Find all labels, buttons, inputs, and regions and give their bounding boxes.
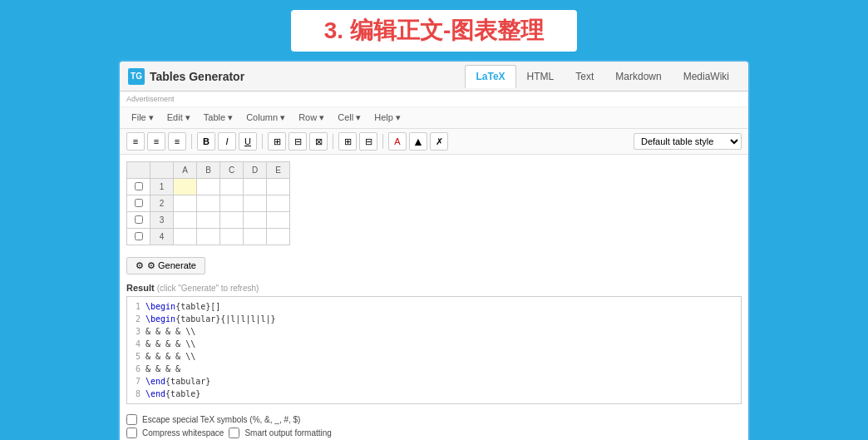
options-row: Escape special TeX symbols (%, &, _, #, … [120, 411, 748, 440]
tab-mediawiki[interactable]: MediaWiki [673, 65, 740, 88]
row4-col-e[interactable] [267, 229, 290, 245]
row3-col-c[interactable] [220, 212, 244, 229]
style-selector[interactable]: Default table style [634, 133, 742, 150]
escape-checkbox[interactable] [126, 414, 137, 425]
color-btn3[interactable]: ✗ [430, 132, 448, 151]
table-row: 4 [127, 229, 290, 245]
table-row: 2 [127, 195, 290, 212]
row2-checkbox[interactable] [127, 195, 150, 212]
toolbar-sep-4 [382, 134, 383, 149]
gear-icon: ⚙ [136, 260, 144, 271]
row1-checkbox[interactable] [127, 179, 150, 195]
table-grid[interactable]: A B C D E 1 [126, 161, 290, 245]
merge-btn2[interactable]: ⊟ [359, 132, 377, 151]
title-main: 编辑正文-图表整理 [350, 17, 544, 43]
logo-text: Tables Generator [150, 70, 244, 83]
row4-col-a[interactable] [174, 229, 197, 245]
smart-checkbox[interactable] [229, 428, 239, 438]
row2-col-c[interactable] [220, 195, 244, 212]
code-line-2: 2 \begin{tabular}{|l|l|l|l|} [131, 313, 737, 325]
col-b-header: B [197, 162, 220, 179]
generate-section: ⚙ ⚙ Generate [120, 252, 748, 279]
row3-num: 3 [150, 212, 174, 229]
col-checkbox-header [127, 162, 150, 179]
row1-col-d[interactable] [244, 179, 267, 195]
code-line-6: 6 & & & & [131, 363, 737, 375]
row4-col-c[interactable] [220, 229, 244, 245]
tab-list: LaTeX HTML Text Markdown MediaWiki [465, 65, 740, 88]
merge-btn1[interactable]: ⊞ [338, 132, 357, 151]
row4-checkbox[interactable] [127, 229, 150, 245]
row3-checkbox[interactable] [127, 212, 150, 229]
menu-row[interactable]: Row ▾ [293, 111, 329, 125]
row2-col-e[interactable] [267, 195, 290, 212]
row3-col-e[interactable] [267, 212, 290, 229]
code-line-3: 3 & & & & \\ [131, 325, 737, 338]
result-section: Result (click "Generate" to refresh) 1 \… [120, 279, 748, 411]
underline-btn[interactable]: U [239, 132, 257, 151]
code-line-4: 4 & & & & \\ [131, 338, 737, 350]
row2-col-d[interactable] [244, 195, 267, 212]
row2-col-a[interactable] [174, 195, 197, 212]
code-line-5: 5 & & & & \\ [131, 350, 737, 363]
color-btn2[interactable]: ▲ [409, 132, 427, 151]
top-banner: 3. 编辑正文-图表整理 [0, 0, 868, 60]
menu-toolbar: File ▾ Edit ▾ Table ▾ Column ▾ Row ▾ Cel… [120, 107, 748, 129]
row4-col-b[interactable] [197, 229, 220, 245]
generate-button[interactable]: ⚙ ⚙ Generate [126, 257, 205, 274]
row1-col-a[interactable] [174, 179, 197, 195]
border-btn1[interactable]: ⊞ [268, 132, 286, 151]
menu-column[interactable]: Column ▾ [241, 111, 290, 125]
editor-area: A B C D E 1 [120, 155, 748, 252]
generate-label: ⚙ Generate [147, 260, 196, 271]
align-right-btn[interactable]: ≡ [168, 132, 186, 151]
row3-col-a[interactable] [174, 212, 197, 229]
result-label: Result (click "Generate" to refresh) [126, 283, 742, 293]
toolbar-sep-1 [191, 134, 192, 149]
col-c-header: C [220, 162, 244, 179]
border-btn2[interactable]: ⊟ [289, 132, 307, 151]
row1-col-c[interactable] [220, 179, 244, 195]
row1-col-b[interactable] [197, 179, 220, 195]
row2-num: 2 [150, 195, 174, 212]
tab-latex[interactable]: LaTeX [465, 65, 515, 88]
col-a-header: A [174, 162, 197, 179]
compress-checkbox[interactable] [126, 428, 137, 438]
row1-num: 1 [150, 179, 174, 195]
menu-file[interactable]: File ▾ [126, 111, 159, 125]
main-area: TG Tables Generator LaTeX HTML Text Mark… [0, 60, 868, 440]
code-output: 1 \begin{table}[] 2 \begin{tabular}{|l|l… [126, 296, 742, 404]
table-grid-container: A B C D E 1 [126, 161, 742, 245]
advertisement-label: Advertisement [120, 91, 748, 107]
toolbar-sep-3 [333, 134, 333, 149]
row4-num: 4 [150, 229, 174, 245]
menu-cell[interactable]: Cell ▾ [333, 111, 366, 125]
result-hint: (click "Generate" to refresh) [157, 284, 259, 293]
option-compress: Compress whitespace Smart output formatt… [126, 428, 742, 438]
logo-icon: TG [128, 68, 145, 85]
table-row: 3 [127, 212, 290, 229]
menu-table[interactable]: Table ▾ [199, 111, 238, 125]
compress-label: Compress whitespace [142, 428, 224, 438]
code-line-1: 1 \begin{table}[] [131, 300, 737, 313]
tab-markdown[interactable]: Markdown [604, 65, 672, 88]
tab-html[interactable]: HTML [516, 65, 565, 88]
browser-card: TG Tables Generator LaTeX HTML Text Mark… [118, 60, 750, 440]
color-btn1[interactable]: A [388, 132, 407, 151]
row4-col-d[interactable] [244, 229, 267, 245]
menu-edit[interactable]: Edit ▾ [162, 111, 195, 125]
logo-area: TG Tables Generator [128, 68, 244, 85]
border-btn3[interactable]: ⊠ [309, 132, 328, 151]
row2-col-b[interactable] [197, 195, 220, 212]
row3-col-b[interactable] [197, 212, 220, 229]
tab-text[interactable]: Text [565, 65, 604, 88]
row1-col-e[interactable] [267, 179, 290, 195]
code-line-7: 7 \end{tabular} [131, 375, 737, 388]
smart-label: Smart output formatting [244, 428, 332, 438]
row3-col-d[interactable] [244, 212, 267, 229]
bold-btn[interactable]: B [197, 132, 215, 151]
menu-help[interactable]: Help ▾ [369, 111, 406, 125]
align-center-btn[interactable]: ≡ [147, 132, 165, 151]
align-left-btn[interactable]: ≡ [126, 132, 145, 151]
italic-btn[interactable]: I [218, 132, 236, 151]
